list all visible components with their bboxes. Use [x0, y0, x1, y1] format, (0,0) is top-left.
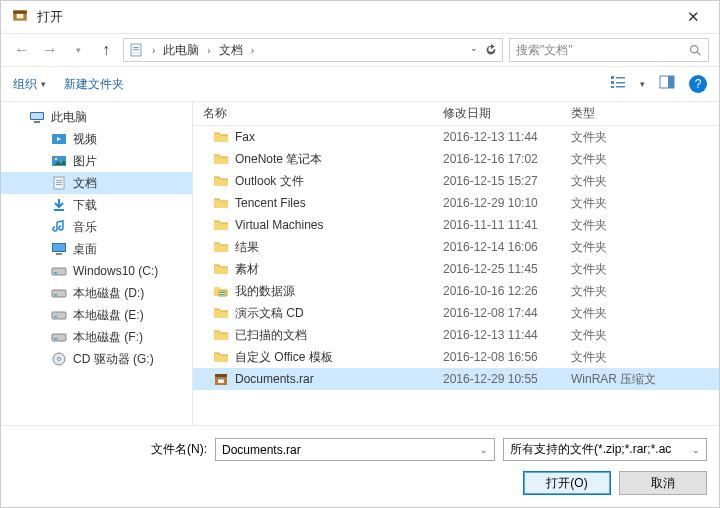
file-row[interactable]: Documents.rar2016-12-29 10:55WinRAR 压缩文	[193, 368, 719, 390]
tree-item[interactable]: 本地磁盘 (F:)	[1, 326, 192, 348]
tree-item-label: CD 驱动器 (G:)	[73, 351, 154, 368]
tree-item[interactable]: 下载	[1, 194, 192, 216]
address-bar[interactable]: › 此电脑 › 文档 › ⌄	[123, 38, 503, 62]
file-row[interactable]: 已扫描的文档2016-12-13 11:44文件夹	[193, 324, 719, 346]
file-row[interactable]: Fax2016-12-13 11:44文件夹	[193, 126, 719, 148]
folder-icon	[213, 129, 229, 145]
svg-rect-4	[133, 47, 139, 48]
file-date: 2016-12-08 16:56	[443, 350, 571, 364]
preview-pane-button[interactable]	[659, 74, 675, 94]
file-row[interactable]: Outlook 文件2016-12-15 15:27文件夹	[193, 170, 719, 192]
filetype-filter[interactable]: 所有支持的文件(*.zip;*.rar;*.ac ⌄	[503, 438, 707, 461]
disk-icon	[51, 307, 67, 323]
svg-point-41	[58, 358, 61, 361]
recent-dropdown[interactable]: ▾	[67, 39, 89, 61]
chevron-down-icon[interactable]: ▾	[640, 79, 645, 89]
file-type: 文件夹	[571, 261, 719, 278]
tree-item[interactable]: 文档	[1, 172, 192, 194]
file-date: 2016-11-11 11:41	[443, 218, 571, 232]
winrar-app-icon	[11, 6, 29, 28]
tree-item[interactable]: 图片	[1, 150, 192, 172]
tree-item[interactable]: 本地磁盘 (E:)	[1, 304, 192, 326]
tree-item[interactable]: 音乐	[1, 216, 192, 238]
file-date: 2016-12-13 11:44	[443, 130, 571, 144]
organize-menu[interactable]: 组织▾	[13, 76, 46, 93]
svg-rect-18	[34, 121, 40, 123]
svg-rect-32	[52, 268, 66, 275]
svg-rect-36	[52, 312, 66, 319]
folder-icon	[213, 327, 229, 343]
folder-tree[interactable]: 此电脑视频图片文档下载音乐桌面Windows10 (C:)本地磁盘 (D:)本地…	[1, 102, 193, 425]
file-name: 已扫描的文档	[235, 327, 307, 344]
file-row[interactable]: Tencent Files2016-12-29 10:10文件夹	[193, 192, 719, 214]
tree-item[interactable]: 桌面	[1, 238, 192, 260]
tree-item-label: 图片	[73, 153, 97, 170]
address-dropdown[interactable]: ⌄	[470, 43, 498, 57]
folder-icon	[213, 151, 229, 167]
chevron-down-icon: ⌄	[692, 445, 700, 455]
folder-icon	[213, 217, 229, 233]
cancel-button[interactable]: 取消	[619, 471, 707, 495]
tree-item-label: 下载	[73, 197, 97, 214]
svg-rect-39	[54, 338, 57, 340]
tree-item[interactable]: Windows10 (C:)	[1, 260, 192, 282]
open-button[interactable]: 打开(O)	[523, 471, 611, 495]
help-button[interactable]: ?	[689, 75, 707, 93]
svg-rect-42	[219, 291, 226, 296]
file-row[interactable]: 素材2016-12-25 11:45文件夹	[193, 258, 719, 280]
open-file-dialog: 打开 ✕ ← → ▾ ↑ › 此电脑 › 文档 › ⌄ 搜索"文档" 组织▾ 新…	[0, 0, 720, 508]
filename-label: 文件名(N):	[151, 441, 207, 458]
tree-item[interactable]: 视频	[1, 128, 192, 150]
breadcrumb-pc[interactable]: 此电脑	[163, 42, 199, 59]
new-folder-button[interactable]: 新建文件夹	[64, 76, 124, 93]
svg-line-7	[697, 52, 700, 55]
column-headers[interactable]: 名称 修改日期 类型	[193, 102, 719, 126]
file-list-body[interactable]: Fax2016-12-13 11:44文件夹OneNote 笔记本2016-12…	[193, 126, 719, 425]
file-row[interactable]: Virtual Machines2016-11-11 11:41文件夹	[193, 214, 719, 236]
search-input[interactable]: 搜索"文档"	[509, 38, 709, 62]
file-row[interactable]: 我的数据源2016-10-16 12:26文件夹	[193, 280, 719, 302]
cd-icon	[51, 351, 67, 367]
tree-item[interactable]: 此电脑	[1, 106, 192, 128]
dialog-title: 打开	[37, 8, 677, 26]
forward-button[interactable]: →	[39, 39, 61, 61]
breadcrumb-docs[interactable]: 文档	[219, 42, 243, 59]
close-button[interactable]: ✕	[677, 8, 709, 26]
navbar: ← → ▾ ↑ › 此电脑 › 文档 › ⌄ 搜索"文档"	[1, 33, 719, 67]
tree-item[interactable]: CD 驱动器 (G:)	[1, 348, 192, 370]
file-row[interactable]: OneNote 笔记本2016-12-16 17:02文件夹	[193, 148, 719, 170]
svg-rect-12	[616, 82, 625, 84]
main-area: 此电脑视频图片文档下载音乐桌面Windows10 (C:)本地磁盘 (D:)本地…	[1, 101, 719, 425]
column-date[interactable]: 修改日期	[443, 102, 571, 125]
tree-item[interactable]: 本地磁盘 (D:)	[1, 282, 192, 304]
tree-item-label: 本地磁盘 (F:)	[73, 329, 143, 346]
disk-icon	[51, 285, 67, 301]
chevron-down-icon[interactable]: ⌄	[480, 445, 488, 455]
folder-icon	[213, 195, 229, 211]
back-button[interactable]: ←	[11, 39, 33, 61]
file-type: 文件夹	[571, 173, 719, 190]
svg-rect-27	[56, 184, 62, 185]
file-type: 文件夹	[571, 349, 719, 366]
file-row[interactable]: 结果2016-12-14 16:06文件夹	[193, 236, 719, 258]
filename-input[interactable]: Documents.rar ⌄	[215, 438, 495, 461]
datasource-icon	[213, 283, 229, 299]
file-row[interactable]: 自定义 Office 模板2016-12-08 16:56文件夹	[193, 346, 719, 368]
view-mode-button[interactable]	[610, 74, 626, 94]
tree-item-label: 视频	[73, 131, 97, 148]
chevron-down-icon: ⌄	[470, 43, 478, 57]
file-row[interactable]: 演示文稿 CD2016-12-08 17:44文件夹	[193, 302, 719, 324]
file-name: 素材	[235, 261, 259, 278]
file-type: 文件夹	[571, 305, 719, 322]
file-date: 2016-12-14 16:06	[443, 240, 571, 254]
refresh-icon[interactable]	[484, 43, 498, 57]
music-icon	[51, 219, 67, 235]
column-type[interactable]: 类型	[571, 102, 719, 125]
pc-icon	[29, 109, 45, 125]
svg-rect-33	[54, 272, 57, 274]
file-date: 2016-12-25 11:45	[443, 262, 571, 276]
file-date: 2016-12-29 10:55	[443, 372, 571, 386]
column-name[interactable]: 名称	[193, 102, 443, 125]
svg-rect-25	[56, 180, 62, 181]
up-button[interactable]: ↑	[95, 39, 117, 61]
